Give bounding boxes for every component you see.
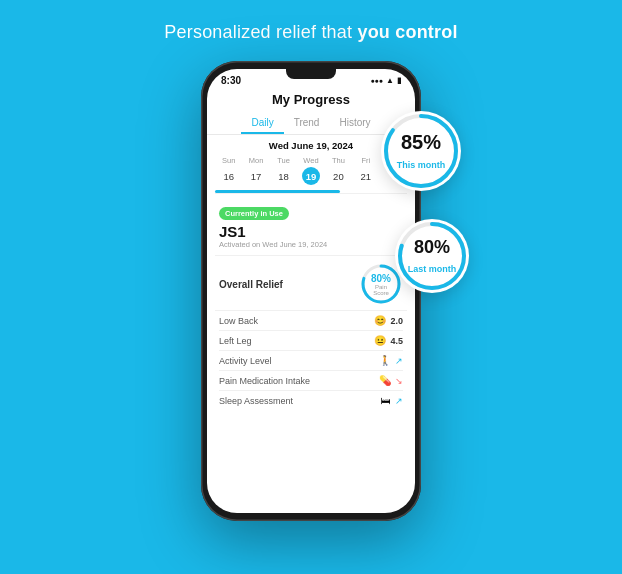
cal-day-fri: Fri 21 — [357, 156, 375, 185]
battery-icon: ▮ — [397, 76, 401, 85]
metrics-list: Low Back 😊 2.0 Left Leg 😐 4.5 — [207, 311, 415, 513]
left-leg-icon: 😐 — [374, 335, 386, 346]
metric-sleep: Sleep Assessment 🛏 ↗ — [219, 391, 403, 410]
app-header: My Progress — [207, 88, 415, 113]
metric-medication: Pain Medication Intake 💊 ↘ — [219, 371, 403, 391]
this-month-bubble: 85% This month — [381, 111, 461, 191]
hero-text-normal: Personalized relief that — [164, 22, 357, 42]
phone-notch — [286, 69, 336, 79]
signal-icon: ●●● — [370, 77, 383, 84]
overall-relief-label: Overall Relief — [219, 279, 283, 290]
tab-daily[interactable]: Daily — [241, 113, 283, 134]
low-back-icon: 😊 — [374, 315, 386, 326]
overall-relief-section: Overall Relief 80% Pain Score — [207, 256, 415, 310]
last-month-label: Last month — [408, 264, 457, 274]
cal-day-wed[interactable]: Wed 19 — [302, 156, 320, 185]
wifi-icon: ▲ — [386, 76, 394, 85]
metric-low-back: Low Back 😊 2.0 — [219, 311, 403, 331]
cal-day-tue: Tue 18 — [275, 156, 293, 185]
last-month-percent: 80% — [408, 237, 457, 258]
pain-percent: 80% — [370, 273, 392, 284]
last-month-bubble: 80% Last month — [395, 219, 469, 293]
tab-history[interactable]: History — [329, 113, 380, 134]
pain-label: Pain Score — [370, 284, 392, 296]
cal-day-thu: Thu 20 — [329, 156, 347, 185]
hero-tagline: Personalized relief that you control — [164, 22, 457, 43]
metric-left-leg: Left Leg 😐 4.5 — [219, 331, 403, 351]
program-name: JS1 — [219, 223, 403, 240]
medication-icon: 💊 — [379, 375, 391, 386]
program-activated: Activated on Wed June 19, 2024 — [219, 240, 403, 249]
app-title: My Progress — [272, 92, 350, 107]
sleep-icon: 🛏 — [381, 395, 391, 406]
status-time: 8:30 — [221, 75, 241, 86]
metric-activity: Activity Level 🚶 ↗ — [219, 351, 403, 371]
cal-day-mon: Mon 17 — [247, 156, 265, 185]
cal-day-sun: Sun 16 — [220, 156, 238, 185]
tab-trend[interactable]: Trend — [284, 113, 330, 134]
this-month-percent: 85% — [397, 131, 446, 154]
activity-icon: 🚶 — [379, 355, 391, 366]
program-card: Currently in Use JS1 Activated on Wed Ju… — [207, 194, 415, 255]
status-icons: ●●● ▲ ▮ — [370, 76, 401, 85]
this-month-label: This month — [397, 160, 446, 170]
hero-text-bold: you control — [357, 22, 457, 42]
currently-badge: Currently in Use — [219, 207, 289, 220]
